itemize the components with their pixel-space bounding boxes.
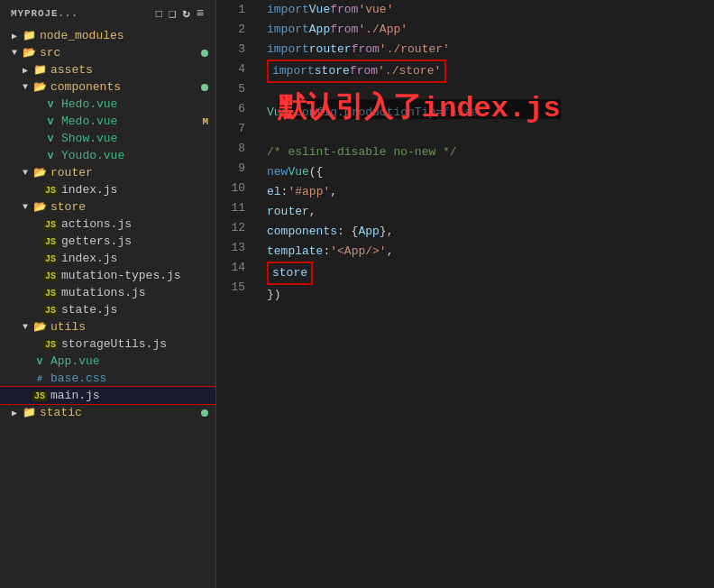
tree-icon-node_modules: 📁 — [22, 29, 36, 42]
token: './App' — [358, 20, 407, 40]
token: ({ — [309, 162, 324, 182]
tree-icon-assets: 📁 — [32, 63, 47, 77]
tree-icon-medo-vue: V — [43, 115, 58, 128]
sidebar-item-node_modules[interactable]: ▶📁node_modules — [0, 27, 215, 44]
tree-label-store-actions: actions.js — [61, 217, 132, 231]
editor: 123456789101112131415 import Vue from 'v… — [216, 0, 714, 588]
tree-label-assets: assets — [50, 63, 93, 77]
tree-icon-static: 📁 — [22, 406, 36, 419]
tree-label-main-js: main.js — [50, 389, 100, 402]
code-line-6: Vue.config.productionTip = false — [267, 103, 714, 123]
tree-label-static: static — [40, 406, 82, 419]
line-number-12: 12 — [231, 218, 245, 238]
token: false — [443, 103, 478, 123]
tree-label-src: src — [40, 46, 60, 60]
sidebar-item-base-css[interactable]: #base.css — [0, 370, 215, 387]
tree-label-show-vue: Show.vue — [61, 132, 117, 145]
new-folder-icon[interactable]: ❑ — [169, 7, 177, 20]
tree-badge-medo-vue: M — [202, 116, 208, 127]
sidebar-item-static[interactable]: ▶📁static — [0, 404, 215, 421]
code-line-1: import Vue from 'vue' — [267, 0, 714, 20]
token: Vue — [309, 0, 330, 20]
sidebar-item-store-index[interactable]: JSindex.js — [0, 250, 215, 267]
sidebar-header-icons: ☐ ❑ ↻ ≡ — [155, 7, 205, 20]
tree-icon-store: 📂 — [32, 200, 47, 214]
token: : { — [337, 222, 358, 242]
token: productionTip — [344, 103, 435, 123]
token: import — [267, 20, 309, 40]
tree-arrow-components: ▼ — [18, 82, 32, 92]
tree-dot-components — [201, 84, 208, 91]
sidebar-item-router[interactable]: ▼📂router — [0, 164, 215, 181]
new-file-icon[interactable]: ☐ — [155, 7, 163, 20]
code-line-5 — [267, 83, 714, 103]
sidebar-item-store-mutations[interactable]: JSmutations.js — [0, 284, 215, 301]
tree-label-youdo-vue: Youdo.vue — [61, 149, 124, 162]
tree-arrow-router: ▼ — [18, 168, 32, 178]
token: './store' — [378, 61, 441, 81]
line-number-13: 13 — [231, 238, 245, 258]
sidebar-item-assets[interactable]: ▶📁assets — [0, 61, 215, 78]
line-number-1: 1 — [231, 0, 245, 20]
tree-arrow-static: ▶ — [7, 408, 22, 418]
code-line-11: router, — [267, 202, 714, 222]
line-number-10: 10 — [231, 179, 245, 198]
tree-icon-store-getters: JS — [43, 235, 58, 248]
token: }) — [267, 285, 281, 305]
token: , — [387, 242, 394, 262]
sidebar-item-store-getters[interactable]: JSgetters.js — [0, 233, 215, 250]
tree-label-utils: utils — [50, 320, 86, 334]
code-lines: import Vue from 'vue'import App from './… — [260, 0, 714, 588]
tree-label-store-state: state.js — [61, 303, 117, 317]
code-line-7 — [267, 123, 714, 142]
tree-label-router-index: index.js — [61, 183, 117, 197]
code-line-2: import App from './App' — [267, 20, 714, 40]
tree-label-base-css: base.css — [50, 372, 106, 385]
sidebar-item-show-vue[interactable]: VShow.vue — [0, 130, 215, 147]
collapse-icon[interactable]: ≡ — [197, 7, 205, 20]
tree-icon-router: 📂 — [32, 166, 47, 179]
sidebar-item-utils-storage[interactable]: JSstorageUtils.js — [0, 335, 215, 353]
tree-icon-store-state: JS — [43, 304, 58, 317]
token: 'vue' — [358, 0, 393, 20]
sidebar-item-router-index[interactable]: JSindex.js — [0, 181, 215, 198]
token: router — [309, 40, 352, 60]
sidebar-item-hedo-vue[interactable]: VHedo.vue — [0, 96, 215, 113]
sidebar-item-youdo-vue[interactable]: VYoudo.vue — [0, 147, 215, 164]
token: import — [267, 0, 309, 20]
token: from — [330, 0, 358, 20]
sidebar-item-store-state[interactable]: JSstate.js — [0, 301, 215, 318]
line-number-9: 9 — [231, 159, 245, 179]
sidebar-item-app-vue[interactable]: VApp.vue — [0, 353, 215, 370]
sidebar-header: MYPROJE... ☐ ❑ ↻ ≡ — [0, 0, 215, 27]
sidebar-item-store-mutation-types[interactable]: JSmutation-types.js — [0, 267, 215, 284]
token: , — [309, 202, 316, 222]
tree-label-node_modules: node_modules — [40, 29, 124, 42]
token: . — [337, 103, 344, 123]
code-area: 123456789101112131415 import Vue from 'v… — [216, 0, 714, 588]
token: }, — [380, 222, 394, 242]
token: : — [323, 242, 330, 262]
token: , — [330, 182, 337, 202]
tree-icon-store-index: JS — [43, 253, 58, 265]
tree-arrow-utils: ▼ — [18, 322, 32, 332]
sidebar-item-store[interactable]: ▼📂store — [0, 198, 215, 216]
refresh-icon[interactable]: ↻ — [182, 7, 190, 20]
line-number-14: 14 — [231, 258, 245, 278]
tree-icon-store-mutations: JS — [43, 287, 58, 299]
code-line-8: /* eslint-disable no-new */ — [267, 142, 714, 162]
token: from — [350, 61, 378, 81]
sidebar: MYPROJE... ☐ ❑ ↻ ≡ ▶📁node_modules▼📂src▶📁… — [0, 0, 216, 588]
line-number-15: 15 — [231, 278, 245, 298]
tree-label-components: components — [50, 80, 121, 94]
sidebar-item-main-js[interactable]: JSmain.js — [0, 387, 215, 404]
sidebar-item-components[interactable]: ▼📂components — [0, 78, 215, 96]
tree-icon-youdo-vue: V — [43, 150, 58, 162]
sidebar-item-medo-vue[interactable]: VMedo.vueM — [0, 113, 215, 130]
tree-icon-main-js: JS — [32, 390, 47, 402]
sidebar-item-store-actions[interactable]: JSactions.js — [0, 216, 215, 233]
tree-label-router: router — [50, 166, 93, 179]
sidebar-item-src[interactable]: ▼📂src — [0, 44, 215, 61]
sidebar-item-utils[interactable]: ▼📂utils — [0, 318, 215, 335]
tree-icon-src: 📂 — [22, 46, 36, 60]
